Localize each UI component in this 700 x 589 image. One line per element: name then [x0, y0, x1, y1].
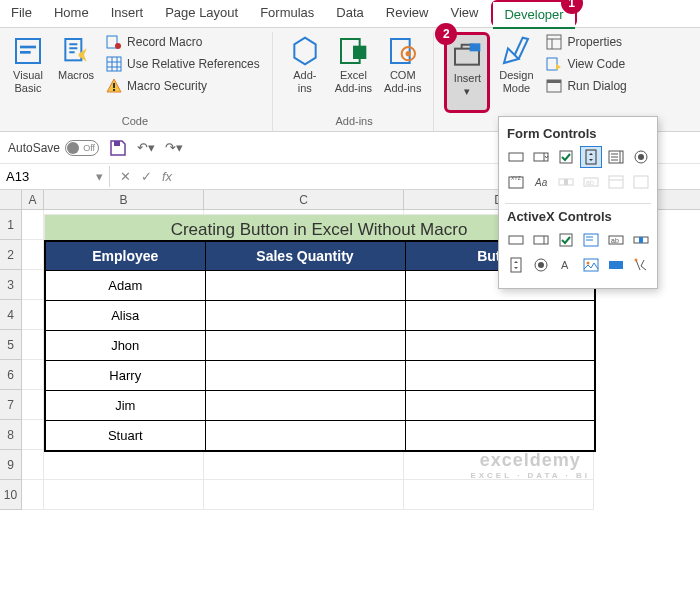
cell[interactable]: [22, 390, 44, 420]
tab-home[interactable]: Home: [43, 0, 100, 27]
cell[interactable]: [44, 480, 204, 510]
excel-addins-button[interactable]: Excel Add-ins: [331, 32, 376, 113]
row-header[interactable]: 4: [0, 300, 22, 330]
cell[interactable]: [22, 360, 44, 390]
form-spinner-control[interactable]: [580, 146, 602, 168]
form-combo2-control[interactable]: [605, 171, 627, 193]
design-mode-button[interactable]: Design Mode: [494, 32, 538, 113]
form-groupbox-control[interactable]: XYZ: [505, 171, 527, 193]
form-scrollbar-control[interactable]: [555, 171, 577, 193]
ax-listbox-control[interactable]: [580, 229, 602, 251]
form-button-control[interactable]: [505, 146, 527, 168]
use-relative-refs-button[interactable]: Use Relative References: [102, 54, 264, 74]
insert-controls-button[interactable]: 2 Insert▾: [444, 32, 490, 113]
cell[interactable]: [22, 480, 44, 510]
row-header[interactable]: 1: [0, 210, 22, 240]
form-textfield-control[interactable]: ab: [580, 171, 602, 193]
cell[interactable]: [22, 330, 44, 360]
macro-security-button[interactable]: Macro Security: [102, 76, 264, 96]
row-header[interactable]: 7: [0, 390, 22, 420]
form-listbox-control[interactable]: [605, 146, 627, 168]
record-macro-button[interactable]: Record Macro: [102, 32, 264, 52]
tab-insert[interactable]: Insert: [100, 0, 155, 27]
run-dialog-button[interactable]: Run Dialog: [542, 76, 630, 96]
ax-combo-control[interactable]: [530, 229, 552, 251]
row-header[interactable]: 8: [0, 420, 22, 450]
col-header-c[interactable]: C: [204, 190, 404, 209]
cell[interactable]: [404, 450, 594, 480]
view-code-button[interactable]: View Code: [542, 54, 630, 74]
ax-checkbox-control[interactable]: [555, 229, 577, 251]
tab-formulas[interactable]: Formulas: [249, 0, 325, 27]
form-combo-control[interactable]: [530, 146, 552, 168]
ax-option-control[interactable]: [530, 254, 552, 276]
table-cell-qty[interactable]: [205, 361, 405, 391]
fx-icon[interactable]: fx: [162, 169, 172, 184]
save-button[interactable]: [109, 139, 127, 157]
row-header[interactable]: 3: [0, 270, 22, 300]
ax-spinner-control[interactable]: [505, 254, 527, 276]
cell[interactable]: [204, 480, 404, 510]
table-cell-qty[interactable]: [205, 271, 405, 301]
tab-page-layout[interactable]: Page Layout: [154, 0, 249, 27]
row-header[interactable]: 9: [0, 450, 22, 480]
undo-button[interactable]: ↶▾: [137, 140, 155, 155]
ax-textbox-control[interactable]: ab: [605, 229, 627, 251]
table-cell-employee[interactable]: Alisa: [45, 301, 205, 331]
ax-image-control[interactable]: [580, 254, 602, 276]
ax-toggle-control[interactable]: [605, 254, 627, 276]
table-cell-employee[interactable]: Jhon: [45, 331, 205, 361]
cell[interactable]: [22, 300, 44, 330]
macros-button[interactable]: Macros: [54, 32, 98, 113]
table-cell-qty[interactable]: [205, 421, 405, 451]
tab-data[interactable]: Data: [325, 0, 374, 27]
row-header[interactable]: 2: [0, 240, 22, 270]
visual-basic-button[interactable]: Visual Basic: [6, 32, 50, 113]
table-cell-employee[interactable]: Stuart: [45, 421, 205, 451]
form-edit-control[interactable]: [630, 171, 652, 193]
table-cell-employee[interactable]: Jim: [45, 391, 205, 421]
addins-button[interactable]: Add- ins: [283, 32, 327, 113]
name-box[interactable]: A13 ▾: [0, 166, 110, 187]
table-cell-qty[interactable]: [205, 301, 405, 331]
ax-button-control[interactable]: [505, 229, 527, 251]
cell[interactable]: [22, 450, 44, 480]
table-cell-button[interactable]: [405, 301, 595, 331]
form-option-control[interactable]: [630, 146, 652, 168]
tab-review[interactable]: Review: [375, 0, 440, 27]
select-all-corner[interactable]: [0, 190, 22, 209]
form-label-control[interactable]: Aa: [530, 171, 552, 193]
autosave-toggle[interactable]: AutoSave Off: [8, 140, 99, 156]
cell[interactable]: [22, 420, 44, 450]
tab-file[interactable]: File: [0, 0, 43, 27]
row-header[interactable]: 5: [0, 330, 22, 360]
cell[interactable]: [44, 450, 204, 480]
table-cell-button[interactable]: [405, 421, 595, 451]
cell[interactable]: [22, 210, 44, 240]
col-header-b[interactable]: B: [44, 190, 204, 209]
fx-enter-icon[interactable]: ✓: [141, 169, 152, 184]
com-addins-button[interactable]: COM Add-ins: [380, 32, 425, 113]
ax-scrollbar-control[interactable]: [630, 229, 652, 251]
properties-button[interactable]: Properties: [542, 32, 630, 52]
svg-rect-37: [509, 236, 523, 244]
table-cell-qty[interactable]: [205, 331, 405, 361]
cell[interactable]: [22, 240, 44, 270]
cell[interactable]: [404, 480, 594, 510]
cell[interactable]: [204, 450, 404, 480]
cell[interactable]: [22, 270, 44, 300]
row-header[interactable]: 6: [0, 360, 22, 390]
form-checkbox-control[interactable]: [555, 146, 577, 168]
ax-more-control[interactable]: [630, 254, 652, 276]
table-cell-employee[interactable]: Harry: [45, 361, 205, 391]
table-cell-employee[interactable]: Adam: [45, 271, 205, 301]
row-header[interactable]: 10: [0, 480, 22, 510]
table-cell-qty[interactable]: [205, 391, 405, 421]
table-cell-button[interactable]: [405, 331, 595, 361]
ax-label-control[interactable]: A: [555, 254, 577, 276]
table-cell-button[interactable]: [405, 361, 595, 391]
col-header-a[interactable]: A: [22, 190, 44, 209]
table-cell-button[interactable]: [405, 391, 595, 421]
redo-button[interactable]: ↷▾: [165, 140, 183, 155]
fx-cancel-icon[interactable]: ✕: [120, 169, 131, 184]
